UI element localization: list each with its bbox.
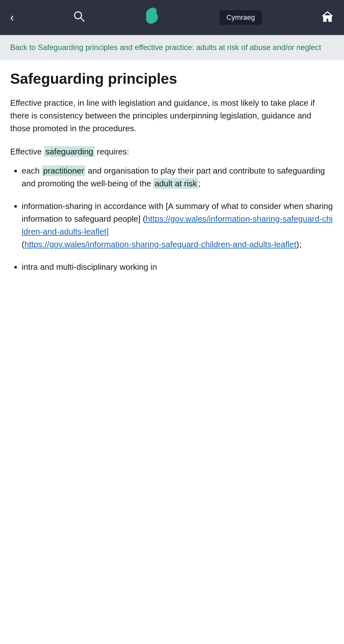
search-button[interactable] bbox=[73, 11, 85, 25]
safeguarding-highlight: safeguarding bbox=[44, 146, 94, 157]
back-button[interactable]: ‹ bbox=[10, 11, 14, 24]
bullet1-prefix: each bbox=[22, 166, 42, 175]
wales-logo bbox=[144, 6, 160, 29]
svg-line-1 bbox=[81, 18, 84, 21]
bullet2-suffix: ); bbox=[296, 240, 301, 249]
page-title: Safeguarding principles bbox=[10, 70, 334, 88]
practitioner-highlight: practitioner bbox=[42, 165, 86, 176]
requires-prefix: Effective bbox=[10, 147, 44, 156]
info-sharing-link2[interactable]: https://gov.wales/information-sharing-sa… bbox=[25, 240, 297, 249]
bullet1-suffix: ; bbox=[198, 179, 200, 188]
bullet3-text: intra and multi-disciplinary working in bbox=[22, 262, 157, 272]
requires-text: Effective safeguarding requires: bbox=[10, 145, 334, 158]
adult-at-risk-highlight: adult at risk bbox=[153, 178, 198, 189]
back-bar: Back to Safeguarding principles and effe… bbox=[0, 35, 344, 60]
list-item: information-sharing in accordance with [… bbox=[22, 200, 334, 251]
requires-suffix: requires: bbox=[95, 147, 129, 156]
bullet2-link2-prefix: ( bbox=[22, 240, 25, 249]
bullet-list: each practitioner and organisation to pl… bbox=[22, 164, 334, 273]
intro-paragraph: Effective practice, in line with legisla… bbox=[10, 97, 334, 135]
list-item: each practitioner and organisation to pl… bbox=[22, 164, 334, 190]
svg-point-0 bbox=[75, 12, 82, 19]
cymraeg-button[interactable]: Cymraeg bbox=[219, 10, 262, 25]
list-item: intra and multi-disciplinary working in bbox=[22, 261, 334, 273]
main-content: Safeguarding principles Effective practi… bbox=[0, 60, 344, 296]
back-link[interactable]: Back to Safeguarding principles and effe… bbox=[10, 43, 321, 52]
navbar: ‹ Cymraeg bbox=[0, 0, 344, 35]
home-button[interactable] bbox=[321, 10, 334, 25]
